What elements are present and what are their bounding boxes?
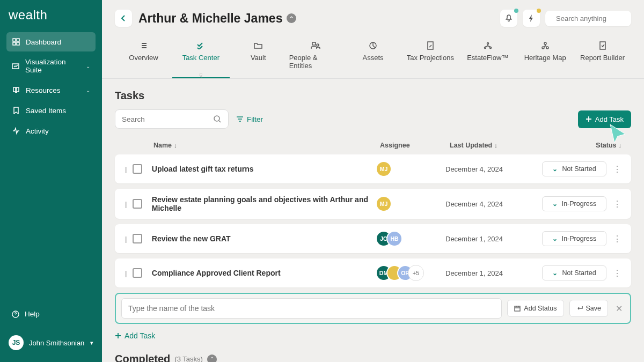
tasks-heading: Tasks bbox=[115, 90, 631, 102]
tab-overview[interactable]: Overview bbox=[115, 36, 172, 78]
tab-vault[interactable]: Vault bbox=[230, 36, 287, 78]
tab-tax[interactable]: Tax Projections bbox=[401, 36, 459, 78]
back-button[interactable] bbox=[115, 10, 132, 27]
close-button[interactable]: ✕ bbox=[613, 304, 625, 314]
nav-dashboard[interactable]: Dashboard bbox=[6, 32, 96, 51]
more-menu-icon[interactable]: ⋮ bbox=[611, 199, 621, 209]
avatar: MJ bbox=[376, 196, 392, 212]
global-search-input[interactable] bbox=[556, 14, 644, 23]
user-menu[interactable]: JS John Smithsonian ▾ bbox=[6, 331, 96, 354]
nav-label: Activity bbox=[26, 127, 49, 135]
status-label: In-Progress bbox=[562, 200, 597, 208]
nav-resources[interactable]: Resources ⌄ bbox=[6, 80, 96, 100]
tab-report[interactable]: Report Builder bbox=[574, 36, 631, 78]
svg-point-16 bbox=[546, 47, 548, 49]
people-icon bbox=[311, 41, 320, 50]
svg-rect-0 bbox=[13, 39, 16, 41]
drag-handle-icon[interactable]: || bbox=[125, 165, 126, 173]
more-menu-icon[interactable]: ⋮ bbox=[611, 268, 621, 278]
chevron-down-icon: ⌄ bbox=[552, 200, 558, 208]
nav-label: Visualization Suite bbox=[25, 58, 80, 74]
flow-icon bbox=[483, 41, 493, 50]
task-row[interactable]: || Review the new GRAT JCHB December 1, … bbox=[115, 224, 631, 253]
add-task-link[interactable]: Add Task bbox=[115, 331, 631, 340]
client-title[interactable]: Arthur & Michelle James ⌃ bbox=[138, 11, 296, 26]
task-name: Compliance Approved Client Report bbox=[152, 269, 376, 277]
brand-logo: wealth bbox=[9, 8, 96, 23]
col-updated[interactable]: Last Updated↓ bbox=[450, 142, 546, 149]
tab-assets[interactable]: Assets bbox=[345, 36, 402, 78]
tree-icon bbox=[541, 41, 550, 50]
col-status[interactable]: Status↓ bbox=[546, 142, 621, 149]
status-dropdown[interactable]: ⌄Not Started bbox=[542, 265, 606, 280]
task-name: Upload latest gift tax returns bbox=[152, 165, 376, 173]
chevron-down-icon: ⌄ bbox=[552, 269, 558, 277]
more-menu-icon[interactable]: ⋮ bbox=[611, 164, 621, 174]
nav-label: Resources bbox=[26, 86, 61, 94]
filter-button[interactable]: Filter bbox=[236, 115, 263, 123]
check-icon bbox=[196, 41, 205, 50]
tab-people[interactable]: People & Entities bbox=[287, 36, 345, 78]
task-updated: December 4, 2024 bbox=[445, 165, 542, 173]
drag-handle-icon[interactable]: || bbox=[125, 269, 126, 277]
status-dropdown[interactable]: ⌄In-Progress bbox=[542, 196, 606, 211]
save-button[interactable]: Save bbox=[569, 300, 609, 317]
notifications-button[interactable] bbox=[500, 10, 517, 27]
tasks-search-input[interactable] bbox=[122, 115, 213, 123]
task-checkbox[interactable] bbox=[133, 199, 142, 209]
new-task-input[interactable] bbox=[121, 298, 502, 319]
task-row[interactable]: || Compliance Approved Client Report DMO… bbox=[115, 258, 631, 287]
avatar-more[interactable]: +5 bbox=[408, 265, 424, 281]
col-name[interactable]: Name↓ bbox=[153, 142, 380, 149]
task-row[interactable]: || Review estate planning goals and obje… bbox=[115, 189, 631, 219]
task-name: Review the new GRAT bbox=[152, 234, 376, 243]
status-dropdown[interactable]: ⌄Not Started bbox=[542, 161, 606, 176]
task-checkbox[interactable] bbox=[133, 234, 142, 243]
main: Arthur & Michelle James ⌃ bbox=[102, 0, 644, 362]
global-search[interactable] bbox=[545, 11, 631, 26]
drag-handle-icon[interactable]: || bbox=[125, 235, 126, 243]
svg-point-13 bbox=[489, 47, 491, 49]
chevron-up-icon[interactable]: ⌃ bbox=[207, 354, 217, 363]
notification-dot bbox=[514, 9, 518, 13]
content: Tasks Filter Add Task Name↓ Assign bbox=[102, 79, 644, 362]
more-menu-icon[interactable]: ⋮ bbox=[611, 234, 621, 244]
chart-icon bbox=[12, 62, 20, 70]
new-task-row: Add Status Save ✕ bbox=[115, 293, 631, 324]
book-icon bbox=[12, 86, 20, 94]
task-checkbox[interactable] bbox=[133, 164, 142, 174]
tab-estateflow[interactable]: EstateFlow™ bbox=[459, 36, 516, 78]
task-row[interactable]: || Upload latest gift tax returns MJ Dec… bbox=[115, 154, 631, 183]
add-status-button[interactable]: Add Status bbox=[507, 300, 564, 317]
help-label: Help bbox=[25, 310, 40, 318]
return-icon bbox=[576, 306, 583, 311]
task-assignees[interactable]: DMOR+5 bbox=[376, 265, 445, 281]
tab-task-center[interactable]: Task Center ☟ bbox=[172, 36, 230, 78]
col-assignee[interactable]: Assignee bbox=[380, 142, 450, 149]
tab-label: People & Entities bbox=[289, 54, 342, 70]
drag-handle-icon[interactable]: || bbox=[125, 200, 126, 208]
add-task-button[interactable]: Add Task bbox=[578, 110, 631, 128]
nav-saved[interactable]: Saved Items bbox=[6, 101, 96, 120]
chevron-down-icon: ⌄ bbox=[86, 63, 90, 69]
tasks-search[interactable] bbox=[115, 109, 229, 129]
nav-help[interactable]: Help bbox=[6, 305, 96, 323]
task-assignees[interactable]: MJ bbox=[376, 161, 445, 177]
quick-actions-button[interactable] bbox=[523, 10, 540, 27]
chevron-down-icon: ⌄ bbox=[86, 87, 90, 93]
svg-rect-19 bbox=[515, 306, 520, 311]
task-assignees[interactable]: MJ bbox=[376, 196, 445, 212]
task-updated: December 4, 2024 bbox=[445, 200, 542, 208]
tab-label: Heritage Map bbox=[524, 54, 566, 62]
task-assignees[interactable]: JCHB bbox=[376, 231, 445, 247]
task-checkbox[interactable] bbox=[133, 268, 142, 278]
svg-point-11 bbox=[487, 43, 488, 45]
status-dropdown[interactable]: ⌄In-Progress bbox=[542, 231, 606, 246]
tab-heritage[interactable]: Heritage Map bbox=[516, 36, 574, 78]
status-label: Not Started bbox=[562, 165, 596, 173]
chevron-up-icon: ⌃ bbox=[287, 13, 296, 23]
completed-header[interactable]: Completed (3 Tasks) ⌃ bbox=[115, 353, 631, 362]
nav-activity[interactable]: Activity bbox=[6, 121, 96, 141]
nav-visualization[interactable]: Visualization Suite ⌄ bbox=[6, 53, 96, 79]
svg-rect-7 bbox=[312, 42, 316, 45]
